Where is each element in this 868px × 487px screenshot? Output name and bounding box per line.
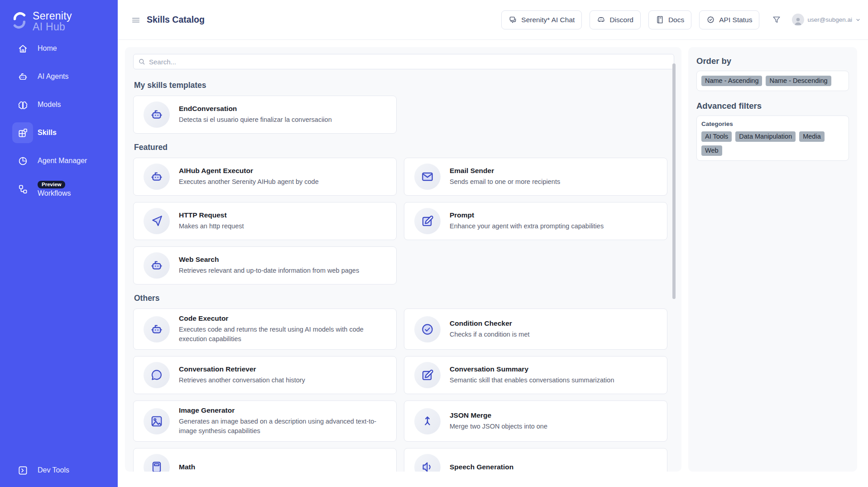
robot-icon [12,66,33,87]
order-option-name-ascending[interactable]: Name - Ascending [701,76,762,86]
skill-card-math[interactable]: Math [133,448,397,472]
skill-title: JSON Merge [450,411,547,419]
sidebar-item-dev-tools[interactable]: Dev Tools [0,460,118,481]
skill-title: HTTP Request [179,211,244,219]
edit-icon [414,208,441,234]
sidebar-item-workflows[interactable]: Preview Workflows [0,178,118,199]
skill-title: Conversation Summary [450,365,614,373]
skill-card-conversation-summary[interactable]: Conversation Summary Semantic skill that… [404,356,667,394]
edit-icon [414,362,441,388]
badge-check-icon [706,15,715,24]
skill-card-web-search[interactable]: Web Search Retrieves relevant and up-to-… [133,246,397,284]
skill-description: Retrieves another conversation chat hist… [179,376,305,385]
chevron-down-icon [855,17,861,23]
skill-title: Condition Checker [450,319,530,328]
category-chip-media[interactable]: Media [799,131,825,142]
robot-icon [144,164,170,190]
order-by-title: Order by [696,56,849,66]
skill-description: Merge two JSON objects into one [450,422,547,431]
user-menu[interactable]: user@subgen.ai [792,14,861,26]
skill-card-conversation-retriever[interactable]: Conversation Retriever Retrieves another… [133,356,397,394]
button-label: Docs [668,16,684,24]
robot-icon [144,252,170,279]
scrollbar-thumb[interactable] [672,63,676,299]
filters-panel: Order by Name - Ascending Name - Descend… [688,47,857,472]
skill-card-endconversation[interactable]: EndConversation Detecta si el usuario qu… [133,96,397,134]
image-icon [144,408,170,434]
skill-card-json-merge[interactable]: JSON Merge Merge two JSON objects into o… [404,400,667,442]
brand-name: Serenity [33,10,72,21]
skill-title: Code Executor [179,314,386,323]
serenity-ai-chat-button[interactable]: Serenity* AI Chat [501,10,582,29]
section-title-featured: Featured [134,143,673,152]
skill-title: Speech Generation [450,463,513,471]
app-root: Serenity AI Hub Home AI Agents Models Sk… [0,0,868,487]
pie-chart-icon [12,150,33,171]
skill-card-condition-checker[interactable]: Condition Checker Checks if a condition … [404,309,667,350]
category-chip-ai-tools[interactable]: AI Tools [701,131,732,142]
sidebar-item-ai-agents[interactable]: AI Agents [0,66,118,87]
sidebar-item-label: Dev Tools [38,466,69,474]
skill-title: Conversation Retriever [179,365,305,373]
skill-card-speech-generation[interactable]: Speech Generation [404,448,667,472]
section-title-others: Others [134,294,673,303]
skill-title: Web Search [179,256,359,264]
button-label: Discord [609,16,633,24]
skill-title: Image Generator [179,406,386,415]
skill-card-image-generator[interactable]: Image Generator Generates an image based… [133,400,397,442]
sidebar-item-label: Agent Manager [38,157,87,165]
section-title-my-skills-templates: My skills templates [134,81,673,90]
sidebar-item-skills[interactable]: Skills [0,122,118,143]
skill-title: AIHub Agent Executor [179,167,319,175]
category-chip-web[interactable]: Web [701,145,722,156]
terminal-icon [12,460,33,481]
home-icon [12,38,33,59]
categories-label: Categories [701,121,844,127]
sidebar: Serenity AI Hub Home AI Agents Models Sk… [0,0,118,487]
hamburger-menu-icon[interactable] [131,15,141,25]
user-email: user@subgen.ai [807,16,852,23]
skill-title: Math [179,463,195,471]
brand-logo: Serenity AI Hub [0,0,118,33]
order-option-name-descending[interactable]: Name - Descending [766,76,831,86]
check-circle-icon [414,316,441,342]
top-bar: Skills Catalog Serenity* AI Chat Discord… [118,0,868,40]
skill-description: Semantic skill that enables conversation… [450,376,614,385]
skill-card-prompt[interactable]: Prompt Enhance your agent with extra pro… [404,202,667,240]
skill-card-aihub-agent-executor[interactable]: AIHub Agent Executor Executes another Se… [133,158,397,196]
skill-description: Detecta si el usuario quiere finalizar l… [179,115,332,125]
sidebar-item-models[interactable]: Models [0,94,118,115]
filter-funnel-icon[interactable] [772,15,782,25]
skill-card-code-executor[interactable]: Code Executor Executes code and returns … [133,309,397,350]
skill-description: Executes code and returns the result usi… [179,325,386,344]
discord-button[interactable]: Discord [590,10,641,29]
skill-card-email-sender[interactable]: Email Sender Sends email to one or more … [404,158,667,196]
search-input[interactable] [133,54,674,69]
brand-subname: AI Hub [33,21,72,32]
docs-button[interactable]: Docs [648,10,691,29]
button-label: API Status [719,16,752,24]
skill-description: Executes another Serenity AIHub agent by… [179,177,319,187]
preview-badge: Preview [38,181,65,188]
sidebar-item-label: Home [38,44,57,53]
merge-icon [414,408,441,434]
docs-icon [656,15,664,24]
skill-description: Generates an image based on a descriptio… [179,417,386,436]
search-icon [138,58,145,65]
sidebar-item-label: Models [38,101,61,109]
skill-card-http-request[interactable]: HTTP Request Makes an http request [133,202,397,240]
sidebar-item-home[interactable]: Home [0,38,118,59]
workflow-nodes-icon [12,178,33,199]
discord-icon [597,15,605,24]
sidebar-item-agent-manager[interactable]: Agent Manager [0,150,118,171]
paper-plane-icon [144,208,170,234]
api-status-button[interactable]: API Status [699,10,759,29]
brain-icon [12,94,33,115]
envelope-icon [414,164,441,190]
sidebar-item-label: Workflows [38,189,71,198]
skill-title: Prompt [450,211,604,219]
sidebar-item-label: AI Agents [38,72,69,81]
serenity-logo-icon [11,10,28,33]
category-chip-data-manipulation[interactable]: Data Manipulation [735,131,796,142]
skill-title: EndConversation [179,105,332,113]
